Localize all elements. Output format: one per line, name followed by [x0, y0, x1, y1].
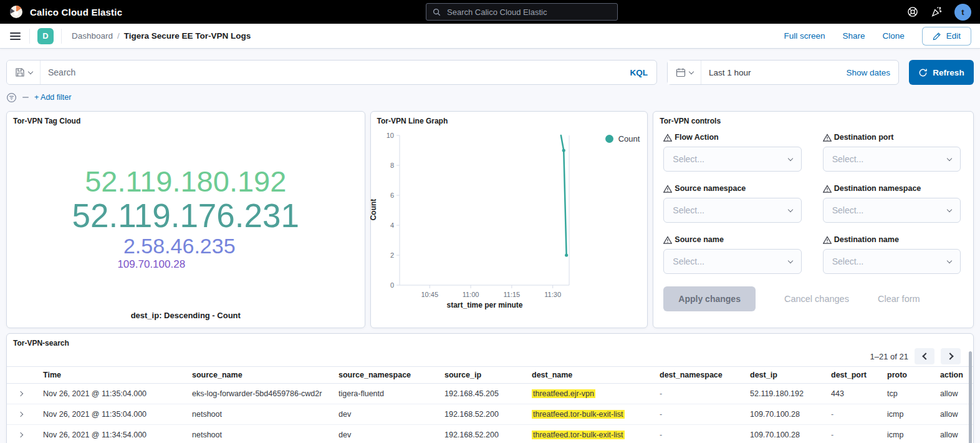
- cell-source-namespace: dev: [334, 431, 440, 439]
- tag-cloud-panel: Tor-VPN Tag Cloud 52.119.180.192 52.119.…: [6, 111, 365, 328]
- warning-triangle-icon: [663, 236, 672, 244]
- cell-source-namespace: dev: [334, 410, 440, 419]
- calico-logo-icon: [9, 4, 24, 19]
- header-proto: proto: [882, 371, 935, 379]
- header-source-ip: source_ip: [440, 371, 527, 379]
- cell-dest-name: threatfeed.ejr-vpn: [527, 389, 655, 398]
- select-placeholder: Select...: [673, 256, 704, 266]
- global-search[interactable]: [426, 3, 618, 21]
- breadcrumb: Dashboard / Tigera Secure EE Tor-VPN Log…: [72, 31, 251, 41]
- calendar-icon: [676, 67, 686, 77]
- divider: [29, 29, 30, 44]
- show-dates-button[interactable]: Show dates: [838, 68, 898, 77]
- global-search-input[interactable]: [446, 7, 612, 17]
- cell-source-ip: 192.168.52.200: [440, 410, 527, 419]
- panel-title: Tor-VPN controls: [653, 112, 973, 125]
- cell-source-namespace: tigera-fluentd: [334, 389, 440, 398]
- search-icon: [432, 7, 441, 17]
- quick-select-button[interactable]: [668, 61, 701, 84]
- flow-action-select[interactable]: Select...: [663, 147, 801, 172]
- table-scrollbar[interactable]: [969, 351, 972, 443]
- cell-source-name: eks-log-forwarder-5bd4659786-cwd2r: [187, 389, 334, 398]
- top-app-bar: Calico Cloud Elastic: [0, 0, 980, 24]
- control-field-destination-name: Destination name Select...: [823, 235, 961, 274]
- cell-action: allow: [935, 431, 973, 439]
- tag-cloud-term[interactable]: 109.70.100.28: [117, 259, 185, 270]
- tag-cloud-term[interactable]: 52.119.180.192: [85, 166, 286, 197]
- control-field-destination-namespace: Destination namespace Select...: [823, 184, 961, 223]
- next-page-button[interactable]: [941, 348, 961, 364]
- row-expand-button[interactable]: [14, 408, 27, 421]
- control-label: Source name: [675, 235, 724, 244]
- refresh-button[interactable]: Refresh: [909, 60, 974, 85]
- breadcrumb-dashboard[interactable]: Dashboard: [72, 31, 113, 41]
- legend-item-count[interactable]: Count: [605, 134, 640, 144]
- panels-row: Tor-VPN Tag Cloud 52.119.180.192 52.119.…: [6, 111, 974, 328]
- tag-cloud-term[interactable]: 52.119.176.231: [72, 198, 299, 233]
- svg-text:10:45: 10:45: [421, 291, 438, 298]
- page-title: Tigera Secure EE Tor-VPN Logs: [124, 31, 251, 41]
- select-placeholder: Select...: [832, 154, 864, 164]
- source-namespace-select[interactable]: Select...: [663, 198, 801, 223]
- dashboard-header-bar: D Dashboard / Tigera Secure EE Tor-VPN L…: [0, 24, 980, 49]
- chevron-right-icon: [18, 391, 23, 396]
- legend-label: Count: [618, 134, 640, 144]
- share-button[interactable]: Share: [842, 31, 865, 41]
- chevron-down-icon: [787, 155, 792, 160]
- cell-proto: icmp: [882, 431, 935, 439]
- pagination-label: 1–21 of 21: [870, 352, 908, 361]
- refresh-icon: [918, 68, 928, 77]
- table-row: Nov 26, 2021 @ 11:34:54.000 netshoot dev…: [7, 425, 973, 443]
- legend-swatch: [605, 135, 613, 143]
- pencil-icon: [933, 32, 941, 41]
- search-input[interactable]: [41, 67, 622, 77]
- add-filter-button[interactable]: + Add filter: [34, 93, 71, 102]
- cell-source-name: netshoot: [187, 431, 334, 439]
- header-source-name: source_name: [187, 371, 334, 379]
- destination-name-select[interactable]: Select...: [823, 249, 961, 274]
- user-avatar[interactable]: t: [954, 4, 971, 21]
- menu-hamburger-icon[interactable]: [9, 29, 22, 43]
- source-name-select[interactable]: Select...: [663, 249, 801, 274]
- header-dest-name: dest_name: [527, 371, 655, 379]
- clone-button[interactable]: Clone: [882, 31, 904, 41]
- prev-page-button[interactable]: [915, 348, 934, 364]
- cell-action: allow: [935, 389, 973, 398]
- control-field-flow-action: Flow Action Select...: [663, 133, 801, 172]
- chevron-right-icon: [18, 412, 23, 417]
- edit-button[interactable]: Edit: [922, 27, 971, 46]
- control-label: Destination namespace: [834, 184, 921, 193]
- apply-changes-button[interactable]: Apply changes: [663, 286, 756, 311]
- kql-search-control: KQL: [6, 60, 657, 85]
- destination-namespace-select[interactable]: Select...: [823, 198, 961, 223]
- chevron-down-icon: [787, 207, 792, 212]
- cell-proto: icmp: [882, 410, 935, 419]
- cancel-changes-button[interactable]: Cancel changes: [784, 294, 849, 304]
- row-expand-button[interactable]: [14, 387, 27, 400]
- cell-action: allow: [935, 410, 973, 419]
- edit-button-label: Edit: [946, 31, 961, 41]
- tag-cloud-term[interactable]: 2.58.46.235: [123, 235, 236, 257]
- header-time: Time: [34, 371, 187, 379]
- help-button[interactable]: [907, 6, 918, 17]
- highlighted-value: threatfeed.ejr-vpn: [532, 389, 595, 398]
- time-range-value[interactable]: Last 1 hour: [701, 68, 759, 77]
- full-screen-button[interactable]: Full screen: [784, 31, 825, 41]
- filter-bar: + Add filter: [6, 91, 974, 104]
- destination-port-select[interactable]: Select...: [823, 147, 961, 172]
- clear-form-button[interactable]: Clear form: [878, 294, 920, 304]
- svg-text:6: 6: [390, 192, 393, 199]
- row-expand-button[interactable]: [14, 429, 27, 441]
- news-button[interactable]: [931, 6, 942, 17]
- line-graph-panel: Tor-VPN Line Graph Count 024681010:4511:…: [370, 111, 648, 328]
- svg-text:4: 4: [390, 221, 393, 229]
- cell-dest-port: 443: [826, 389, 882, 398]
- control-field-destination-port: Destination port Select...: [823, 133, 961, 172]
- saved-query-button[interactable]: [7, 61, 41, 84]
- cell-time: Nov 26, 2021 @ 11:35:04.000: [34, 410, 187, 419]
- control-label: Destination port: [834, 133, 894, 142]
- cell-proto: tcp: [882, 389, 935, 398]
- life-ring-help-icon: [907, 6, 918, 17]
- filter-menu-button[interactable]: [6, 92, 17, 103]
- kql-syntax-button[interactable]: KQL: [622, 68, 657, 77]
